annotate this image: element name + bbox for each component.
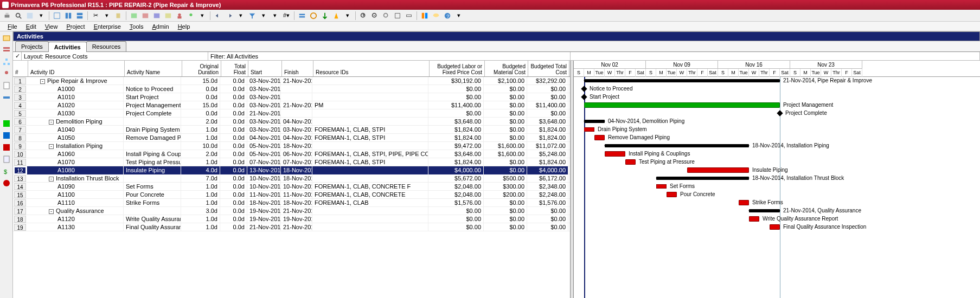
copy-icon[interactable]: ▾ (102, 11, 112, 21)
expander-icon[interactable]: - (49, 209, 54, 214)
bubble-icon[interactable] (431, 11, 441, 21)
hash-icon[interactable]: #▾ (281, 11, 291, 21)
expander-icon[interactable]: - (40, 79, 45, 84)
activity-row[interactable]: 2A1000Notice to Proceed0.0d0.0d03-Nov-20… (13, 85, 570, 93)
tab-activities[interactable]: Activities (48, 42, 87, 52)
rail-risk-icon[interactable] (2, 179, 11, 187)
cell-num[interactable]: 3 (14, 94, 26, 101)
cell-num[interactable]: 7 (14, 126, 26, 133)
cell-num[interactable]: 11 (14, 159, 26, 166)
schedule-icon[interactable] (309, 11, 318, 21)
colhead-finish[interactable]: Finish (282, 61, 313, 76)
menu-project[interactable]: Project (62, 22, 89, 31)
filter-dd-icon[interactable]: ▾ (259, 11, 268, 21)
window-icon-3[interactable] (75, 11, 85, 21)
resource-icon[interactable] (175, 11, 184, 21)
gantt-task-bar[interactable] (667, 192, 677, 197)
activity-row[interactable]: 7A1040Drain Piping System1.0d0.0d03-Nov-… (13, 126, 570, 134)
preview-icon[interactable] (14, 11, 23, 21)
colhead-start[interactable]: Start (248, 61, 282, 76)
cell-num[interactable]: 17 (14, 208, 26, 215)
indent-out-icon[interactable] (213, 11, 223, 21)
spotlight-icon[interactable] (331, 11, 341, 21)
rail-reports-icon[interactable] (2, 81, 11, 90)
rail-green-icon[interactable] (2, 119, 11, 128)
colhead-total[interactable]: Budgeted Total Cost (528, 61, 569, 76)
cell-num[interactable]: 18 (14, 216, 26, 223)
activity-row[interactable]: 6-Demolition Piping2.0d0.0d03-Nov-201404… (13, 118, 570, 126)
globe-icon[interactable]: ▾ (454, 11, 464, 21)
gantt-task-bar[interactable] (770, 224, 780, 230)
menu-view[interactable]: View (41, 22, 62, 31)
rail-wbs-icon[interactable] (2, 57, 11, 66)
filter-name[interactable]: Filter: All Activities (208, 52, 571, 60)
activity-row[interactable]: 4A1020Project Management15.0d0.0d03-Nov-… (13, 101, 570, 109)
activity-row[interactable]: 11A1070Test Piping at Pressure1.0d0.0d07… (13, 158, 570, 166)
activity-row[interactable]: 17-Quality Assurance3.0d0.0d19-Nov-20142… (13, 207, 570, 215)
rail-activities-icon[interactable] (2, 46, 11, 54)
tool-b-icon[interactable] (163, 11, 173, 21)
colhead-num[interactable]: # (13, 61, 28, 76)
rail-cost-icon[interactable]: $ (2, 167, 11, 176)
cell-num[interactable]: 4 (14, 102, 26, 109)
cell-num[interactable]: 13 (14, 175, 26, 182)
cell-num[interactable]: 1 (14, 77, 26, 85)
gantt-task-bar[interactable] (584, 127, 594, 132)
activity-row[interactable]: 12A1080Insulate Piping4.0d0.0d13-Nov-201… (13, 166, 570, 174)
colhead-res[interactable]: Resource IDs (313, 61, 430, 76)
colhead-dur[interactable]: Original Duration (182, 61, 221, 76)
activity-row[interactable]: 10A1060Install Piping & Coupling:2.0d0.0… (13, 150, 570, 158)
gantt-task-bar[interactable] (749, 216, 759, 222)
gantt-summary-bar[interactable] (656, 177, 749, 180)
gantt-task-bar[interactable] (584, 102, 780, 108)
cut-icon[interactable]: ✂ (91, 11, 100, 21)
layout-check-icon[interactable]: ✓ (13, 52, 22, 60)
gantt-task-bar[interactable] (739, 200, 749, 205)
cell-num[interactable]: 10 (14, 151, 26, 158)
window-icon-2[interactable] (63, 11, 73, 21)
colhead-name[interactable]: Activity Name (125, 61, 182, 76)
colhead-float[interactable]: Total Float (221, 61, 248, 76)
colhead-labor[interactable]: Budgeted Labor or Fixed Price Cost (430, 61, 485, 76)
tool-icon-1[interactable] (25, 11, 35, 21)
tab-projects[interactable]: Projects (15, 41, 49, 51)
cell-num[interactable]: 19 (14, 224, 26, 231)
cell-num[interactable]: 6 (14, 118, 26, 125)
cell-num[interactable]: 12 (14, 167, 26, 174)
gantt-milestone[interactable] (777, 110, 783, 116)
cell-num[interactable]: 14 (14, 183, 26, 190)
menu-tools[interactable]: Tools (125, 22, 148, 31)
zoomfit-icon[interactable] (381, 11, 391, 21)
layout-name[interactable]: Layout: Resource Costs (22, 52, 208, 60)
menu-edit[interactable]: Edit (22, 22, 41, 31)
gantt-task-bar[interactable] (605, 151, 625, 157)
expander-icon[interactable]: - (49, 177, 54, 182)
rail-blue-icon[interactable] (2, 131, 11, 140)
activity-row[interactable]: 9-Installation Piping10.0d0.0d05-Nov-201… (13, 142, 570, 150)
activity-icon[interactable] (297, 11, 307, 21)
cell-num[interactable]: 2 (14, 86, 26, 93)
activity-row[interactable]: 5A1030Project Complete0.0d0.0d21-Nov-201… (13, 109, 570, 118)
indent-in-icon[interactable] (225, 11, 234, 21)
gantt-summary-bar[interactable] (584, 120, 605, 123)
collapse-icon[interactable] (404, 11, 414, 21)
activity-row[interactable]: 3A1010Start Project0.0d0.0d03-Nov-2014$0… (13, 93, 570, 101)
gantt-task-bar[interactable] (687, 167, 749, 173)
gantt-summary-bar[interactable] (749, 209, 780, 212)
activity-row[interactable]: 15A1100Pour Concrete1.0d0.0d11-Nov-20141… (13, 191, 570, 199)
role-icon[interactable] (186, 11, 196, 21)
rail-res-icon[interactable] (2, 69, 11, 78)
baseline-icon[interactable]: ▾ (197, 11, 207, 21)
zoomout-icon[interactable]: - (370, 11, 380, 21)
rail-track-icon[interactable] (2, 93, 11, 102)
gantt-summary-bar[interactable] (584, 79, 780, 82)
gantt-chart[interactable]: Nov 02SMTueWThrFSatNov 09SMTueWThrFSatNo… (574, 61, 980, 298)
activity-row[interactable]: 13-Installation Thrust Block7.0d0.0d10-N… (13, 174, 570, 183)
activity-row[interactable]: 19A1130Final Quality Assurance1.0d0.0d21… (13, 223, 570, 231)
progress-icon[interactable]: ▾ (343, 11, 353, 21)
cell-num[interactable]: 15 (14, 191, 26, 198)
cell-num[interactable]: 9 (14, 142, 26, 150)
window-icon-1[interactable] (52, 11, 62, 21)
colhead-id[interactable]: Activity ID (28, 61, 125, 76)
activity-row[interactable]: 16A1110Strike Forms1.0d0.0d18-Nov-201418… (13, 199, 570, 207)
